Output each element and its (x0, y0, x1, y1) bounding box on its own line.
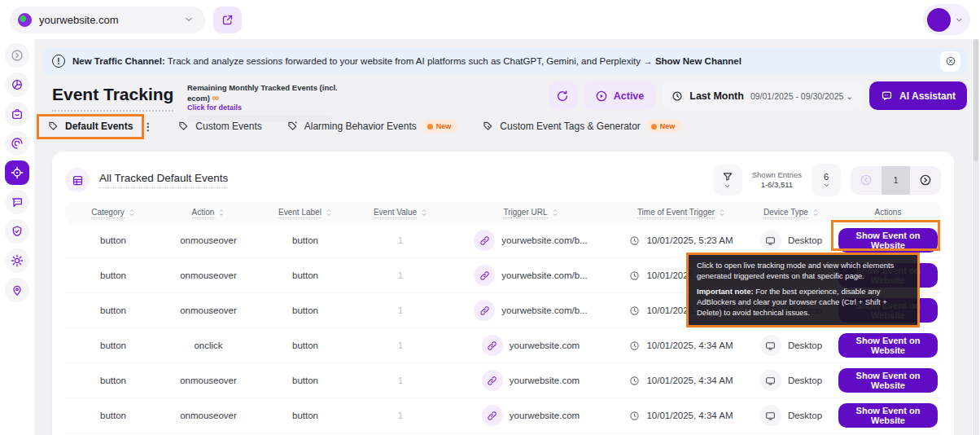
clock-icon (629, 305, 640, 316)
shown-entries-value: 1-6/3,511 (752, 180, 802, 190)
column-device-type[interactable]: Device Type (747, 208, 835, 218)
sidebar-item-event-tracking[interactable] (5, 160, 29, 185)
cell-category: button (65, 411, 161, 420)
tag-icon (177, 121, 189, 132)
cell-actions: Show Event on Website (835, 403, 941, 428)
page-size-value: 6 (824, 172, 829, 182)
sidebar-item-commerce[interactable] (5, 102, 29, 126)
column-trigger-url[interactable]: Trigger URL (446, 208, 615, 218)
tag-icon (47, 121, 59, 132)
cell-device: Desktop (747, 335, 835, 356)
cell-action: onclick (161, 341, 256, 350)
period-range: 09/01/2025 - 09/30/2025 ⌄ (750, 91, 853, 101)
tab-custom-events[interactable]: Custom Events (177, 121, 261, 132)
topbar: yourwebsite.com (0, 0, 980, 39)
shopping-bag-icon (11, 108, 24, 121)
sidebar-item-settings[interactable] (5, 248, 29, 273)
tab-label: Custom Events (195, 121, 261, 132)
page-size-selector[interactable]: 6 (812, 164, 841, 196)
tab-alarming-behavior-events[interactable]: Alarming Behavior Events New (287, 120, 458, 133)
clock-icon (629, 235, 640, 246)
period-label: Last Month (689, 90, 744, 102)
show-event-button[interactable]: Show Event on Website (838, 403, 938, 428)
cell-device: Desktop (747, 405, 835, 426)
cell-device: Desktop (747, 370, 835, 391)
tab-menu-kebab-icon[interactable]: ⋮ (142, 121, 153, 133)
sidebar-item-gauge[interactable] (5, 131, 29, 156)
tooltip-note: Important note: For the best experience,… (697, 287, 909, 318)
ai-assistant-button[interactable]: AI Assistant (869, 81, 967, 110)
cell-time: 10/01/2025, 4:34 AM (615, 341, 747, 351)
header-actions: Active Last Month 09/01/2025 - 09/30/202… (549, 81, 967, 110)
column-category[interactable]: Category (65, 208, 161, 218)
cell-trigger-url[interactable]: yourwebsite.com (446, 335, 615, 356)
sidebar-item-analytics[interactable] (5, 72, 29, 97)
cell-trigger-url[interactable]: yourwebsite.com (446, 370, 615, 391)
sidebar-item-privacy[interactable] (5, 219, 29, 244)
quota-details-link[interactable]: Click for details (187, 103, 342, 112)
column-event-label[interactable]: Event Label (256, 208, 355, 218)
new-badge: New (423, 120, 458, 133)
column-event-value[interactable]: Event Value (355, 208, 446, 218)
cell-event-label: button (256, 235, 355, 245)
infinity-value: ∞ (212, 92, 220, 103)
banner-body: Track and analyze sessions forwarded to … (168, 56, 653, 66)
cell-trigger-url[interactable]: yourwebsite.com (446, 405, 615, 426)
link-icon (474, 230, 495, 251)
site-globe-icon (18, 13, 32, 27)
cell-trigger-url[interactable]: yourwebsite.com/b... (446, 265, 615, 286)
column-time[interactable]: Time of Event Trigger (615, 208, 747, 218)
tracking-status-button[interactable]: Active (584, 81, 656, 110)
filter-button[interactable] (713, 165, 742, 196)
pagination: 1 (851, 166, 941, 195)
refresh-button[interactable] (549, 81, 577, 110)
cell-event-label: button (256, 305, 355, 315)
cell-category: button (65, 235, 161, 245)
site-selector[interactable]: yourwebsite.com (10, 7, 205, 33)
gear-icon (11, 254, 24, 267)
clock-icon (629, 341, 640, 351)
prev-page-button[interactable] (851, 174, 882, 187)
site-name: yourwebsite.com (39, 14, 177, 26)
show-event-button[interactable]: Show Event on Website (838, 368, 938, 393)
show-event-button[interactable]: Show Event on Website (838, 228, 938, 253)
sidebar-item-chat[interactable] (5, 190, 29, 214)
cell-event-value: 1 (355, 235, 446, 245)
cell-event-label: button (256, 270, 355, 280)
badge-dot (427, 124, 433, 130)
column-actions: Actions (835, 208, 941, 218)
alert-circle-icon: ! (52, 55, 65, 68)
sidebar-item-location[interactable] (5, 278, 29, 302)
shield-check-icon (11, 225, 24, 238)
play-circle-icon (595, 90, 608, 103)
sidebar (0, 39, 34, 435)
scrollbar-thumb[interactable] (973, 39, 978, 161)
page-scrollbar[interactable] (973, 39, 979, 435)
cell-time: 10/01/2025, 4:34 AM (615, 411, 747, 421)
event-tabs: Default Events ⋮ Custom Events Alarming … (47, 120, 681, 133)
cell-trigger-url[interactable]: yourwebsite.com/b... (446, 300, 615, 321)
cell-action: onmouseover (161, 235, 256, 245)
next-page-button[interactable] (910, 174, 941, 187)
open-website-button[interactable] (213, 7, 242, 33)
chevron-down-icon (184, 15, 194, 24)
sort-icon (326, 209, 332, 217)
tab-default-events[interactable]: Default Events ⋮ (47, 121, 153, 133)
cell-trigger-url[interactable]: yourwebsite.com/b... (446, 230, 615, 251)
page-title: Event Tracking (52, 85, 173, 112)
sidebar-item-collapse[interactable] (5, 43, 29, 68)
funnel-icon (722, 171, 733, 182)
date-range-selector[interactable]: Last Month 09/01/2025 - 09/30/2025 ⌄ (662, 81, 863, 110)
chevron-down-icon (955, 15, 964, 24)
user-menu[interactable] (923, 4, 970, 35)
clock-icon (629, 376, 640, 386)
banner-cta[interactable]: Show New Channel (655, 56, 742, 66)
column-action[interactable]: Action (161, 208, 256, 218)
table-row: button onclick button 1 yourwebsite.com … (65, 328, 941, 363)
sort-icon (719, 209, 725, 217)
banner-close-button[interactable] (940, 51, 960, 72)
arrow-right-circle-icon (919, 174, 932, 187)
show-event-button[interactable]: Show Event on Website (838, 333, 938, 358)
tab-custom-event-tags[interactable]: Custom Event Tags & Generator New (482, 120, 681, 133)
traffic-channel-banner: ! New Traffic Channel: Track and analyze… (42, 47, 967, 75)
